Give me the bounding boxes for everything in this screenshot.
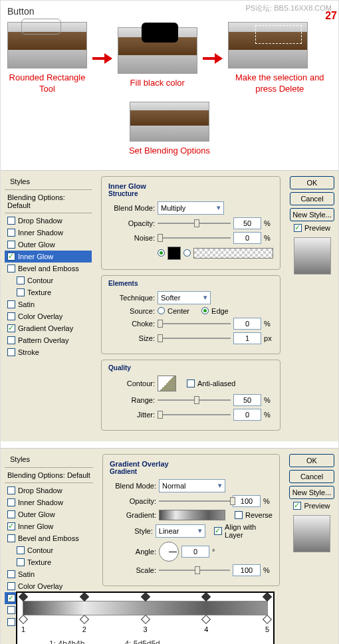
blend-mode-label: Blend Mode:	[110, 482, 156, 490]
color-stop[interactable]	[140, 615, 150, 624]
style-checkbox[interactable]	[7, 498, 15, 506]
style-item-inner-shadow[interactable]: Inner Shadow	[5, 227, 92, 239]
opacity-value[interactable]: 50	[233, 217, 261, 229]
style-item-contour[interactable]: Contour	[5, 544, 93, 556]
style-checkbox[interactable]	[7, 217, 15, 225]
color-stop[interactable]	[263, 615, 272, 624]
gradient-picker[interactable]	[159, 510, 225, 520]
style-checkbox[interactable]	[7, 486, 15, 494]
opacity-stop[interactable]	[19, 592, 28, 601]
jitter-slider[interactable]	[158, 409, 231, 420]
align-checkbox[interactable]	[214, 527, 222, 535]
opacity-slider[interactable]	[159, 496, 230, 506]
opacity-stop[interactable]	[201, 592, 211, 601]
style-checkbox[interactable]	[7, 253, 15, 261]
new-style-button[interactable]: New Style...	[289, 486, 334, 499]
opacity-stop[interactable]	[80, 592, 89, 601]
scale-value[interactable]: 100	[233, 564, 261, 576]
jitter-value[interactable]: 0	[233, 409, 261, 421]
scale-slider[interactable]	[159, 565, 230, 576]
size-slider[interactable]	[158, 333, 231, 344]
reverse-checkbox[interactable]	[235, 511, 243, 519]
style-item-inner-glow[interactable]: Inner Glow	[5, 251, 92, 263]
blend-mode-select[interactable]: Normal	[159, 479, 225, 492]
ok-button[interactable]: OK	[290, 176, 334, 189]
style-checkbox[interactable]	[7, 229, 15, 237]
style-checkbox[interactable]	[7, 265, 15, 272]
choke-slider[interactable]	[158, 318, 231, 329]
style-checkbox[interactable]	[7, 348, 15, 356]
style-checkbox[interactable]	[7, 300, 15, 308]
cancel-button[interactable]: Cancel	[290, 192, 334, 205]
style-checkbox[interactable]	[17, 558, 25, 566]
glow-gradient-strip[interactable]	[193, 248, 273, 259]
choke-value[interactable]: 0	[233, 318, 261, 330]
style-item-inner-shadow[interactable]: Inner Shadow	[5, 496, 93, 508]
gradient-radio[interactable]	[183, 249, 191, 257]
style-checkbox[interactable]	[7, 241, 15, 249]
opacity-value[interactable]: 100	[233, 495, 261, 507]
gradient-bar[interactable]: 12345	[23, 601, 268, 615]
blending-options-default[interactable]: Blending Options: Default	[5, 191, 92, 211]
style-checkbox[interactable]	[7, 522, 15, 530]
style-item-color-overlay[interactable]: Color Overlay	[5, 310, 92, 322]
range-slider[interactable]	[158, 395, 231, 405]
preview-checkbox[interactable]	[293, 502, 301, 510]
style-item-bevel-and-emboss[interactable]: Bevel and Emboss	[5, 532, 93, 544]
style-checkbox[interactable]	[7, 594, 15, 602]
style-checkbox[interactable]	[17, 288, 25, 296]
style-item-drop-shadow[interactable]: Drop Shadow	[5, 215, 92, 227]
style-checkbox[interactable]	[7, 312, 15, 320]
angle-value[interactable]: 0	[181, 546, 209, 558]
style-item-stroke[interactable]: Stroke	[5, 346, 92, 358]
style-item-pattern-overlay[interactable]: Pattern Overlay	[5, 334, 92, 346]
new-style-button[interactable]: New Style...	[290, 208, 334, 221]
color-stop[interactable]	[80, 615, 89, 624]
opacity-stop[interactable]	[263, 592, 272, 601]
style-checkbox[interactable]	[7, 606, 15, 614]
style-checkbox[interactable]	[7, 618, 15, 626]
style-item-texture[interactable]: Texture	[5, 286, 92, 298]
style-item-outer-glow[interactable]: Outer Glow	[5, 239, 92, 251]
style-checkbox[interactable]	[7, 582, 15, 590]
style-checkbox[interactable]	[17, 546, 25, 554]
opacity-stop[interactable]	[140, 592, 150, 601]
style-item-inner-glow[interactable]: Inner Glow	[5, 520, 93, 532]
blending-options-default[interactable]: Blending Options: Default	[5, 469, 93, 481]
style-item-gradient-overlay[interactable]: Gradient Overlay	[5, 322, 92, 334]
contour-picker[interactable]	[158, 376, 176, 391]
style-item-satin[interactable]: Satin	[5, 298, 92, 310]
style-item-satin[interactable]: Satin	[5, 568, 93, 580]
range-value[interactable]: 50	[233, 394, 261, 406]
antialiased-checkbox[interactable]	[187, 379, 195, 387]
cancel-button[interactable]: Cancel	[289, 470, 334, 483]
style-item-outer-glow[interactable]: Outer Glow	[5, 508, 93, 520]
noise-slider[interactable]	[158, 233, 231, 243]
style-item-color-overlay[interactable]: Color Overlay	[5, 580, 93, 592]
color-stop[interactable]	[201, 615, 211, 624]
ok-button[interactable]: OK	[289, 454, 334, 467]
source-edge-radio[interactable]	[201, 307, 209, 314]
blend-mode-select[interactable]: Multiply	[158, 201, 224, 215]
color-radio[interactable]	[158, 249, 165, 257]
style-checkbox[interactable]	[7, 534, 15, 542]
glow-color-swatch[interactable]	[168, 247, 181, 260]
style-item-bevel-and-emboss[interactable]: Bevel and Emboss	[5, 263, 92, 274]
style-item-drop-shadow[interactable]: Drop Shadow	[5, 484, 93, 496]
preview-checkbox[interactable]	[294, 224, 302, 232]
style-select[interactable]: Linear	[156, 524, 205, 538]
style-checkbox[interactable]	[7, 510, 15, 518]
angle-dial[interactable]	[159, 542, 179, 562]
style-item-texture[interactable]: Texture	[5, 556, 93, 568]
style-checkbox[interactable]	[7, 336, 15, 344]
size-value[interactable]: 1	[233, 332, 261, 344]
style-checkbox[interactable]	[7, 324, 15, 332]
technique-select[interactable]: Softer	[158, 291, 211, 304]
style-checkbox[interactable]	[17, 276, 25, 284]
style-item-contour[interactable]: Contour	[5, 274, 92, 286]
color-stop[interactable]	[19, 615, 28, 624]
source-center-radio[interactable]	[158, 307, 165, 314]
style-checkbox[interactable]	[7, 570, 15, 578]
noise-value[interactable]: 0	[233, 232, 261, 244]
opacity-slider[interactable]	[158, 218, 231, 229]
